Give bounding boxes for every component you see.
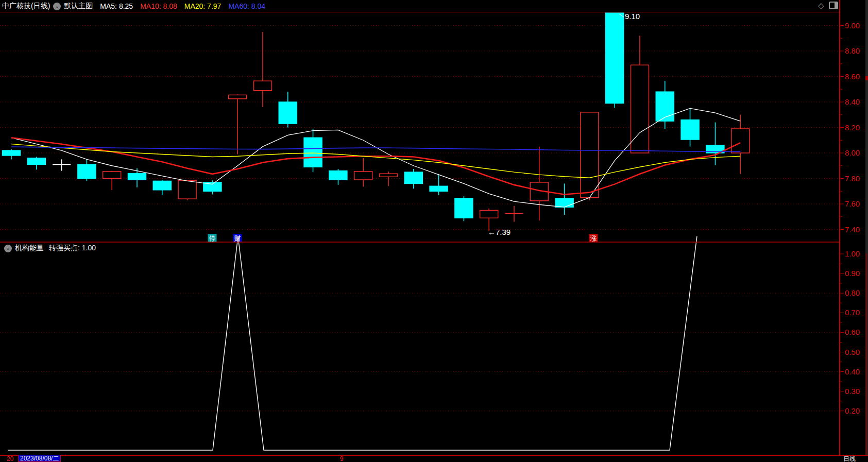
window-edge-strip xyxy=(865,0,868,462)
candle-body xyxy=(581,112,599,198)
svg-text:8.80: 8.80 xyxy=(845,46,860,55)
ma60-value-label: MA60: 8.04 xyxy=(228,2,265,10)
indicator-value-label: 转强买点: 1.00 xyxy=(49,244,96,253)
candle-body xyxy=(3,150,21,156)
candle-body xyxy=(153,181,171,190)
candle-body xyxy=(103,172,121,179)
candle-body xyxy=(329,171,347,180)
stock-chart-canvas[interactable]: 停财涨9.10←7.399.008.808.608.408.208.007.80… xyxy=(0,0,868,455)
candle-body xyxy=(279,102,297,124)
svg-text:1.00: 1.00 xyxy=(845,249,860,258)
diamond-icon[interactable]: ◇ xyxy=(818,2,824,9)
svg-text:0.20: 0.20 xyxy=(845,406,860,415)
tdx-app-window: 停财涨9.10←7.399.008.808.608.408.208.007.80… xyxy=(0,0,868,462)
indicator-line xyxy=(8,236,697,450)
candle-body xyxy=(656,92,674,121)
event-badge-zhang: 涨 xyxy=(589,234,598,242)
ma20-value-label: MA20: 7.97 xyxy=(184,2,222,10)
price-annotation: ←7.39 xyxy=(488,228,510,236)
svg-text:0.30: 0.30 xyxy=(845,387,860,396)
candle-body xyxy=(229,95,247,98)
svg-text:8.40: 8.40 xyxy=(845,97,860,106)
price-axis: 9.008.808.608.408.208.007.807.607.40 xyxy=(840,21,860,234)
candle-body xyxy=(731,129,750,153)
ma5-value-label: MA5: 8.25 xyxy=(100,2,133,10)
svg-text:0.40: 0.40 xyxy=(845,367,860,376)
chevron-down-circle-icon[interactable]: ⌄ xyxy=(53,3,61,10)
chevron-down-circle-icon[interactable]: ⌄ xyxy=(4,245,12,252)
split-panel-icon[interactable] xyxy=(829,2,838,9)
candle-body xyxy=(681,120,699,140)
candle-body xyxy=(304,138,322,167)
svg-text:0.60: 0.60 xyxy=(845,328,860,336)
svg-text:7.80: 7.80 xyxy=(845,174,860,183)
svg-text:8.60: 8.60 xyxy=(845,72,860,81)
candle-body xyxy=(254,81,272,91)
ma10-value-label: MA10: 8.08 xyxy=(140,2,177,10)
candle-body xyxy=(455,198,473,218)
svg-text:8.20: 8.20 xyxy=(845,123,860,132)
svg-text:9.00: 9.00 xyxy=(845,21,860,30)
candle-body xyxy=(430,186,448,191)
candle-body xyxy=(27,158,45,164)
svg-text:7.40: 7.40 xyxy=(845,225,860,234)
candle-body xyxy=(354,172,372,180)
date-box[interactable]: 2023/08/08/二 xyxy=(18,455,61,462)
candle-body xyxy=(128,174,146,180)
month-axis-label: 9 xyxy=(340,456,344,462)
main-chart-header: 中广核技(日线) ⌄ 默认主图 MA5: 8.25 MA10: 8.08 MA2… xyxy=(0,0,840,12)
indicator-axis: 1.000.900.800.700.600.500.400.300.20 xyxy=(840,249,860,415)
candle-body xyxy=(404,172,422,183)
svg-text:7.60: 7.60 xyxy=(845,199,860,208)
svg-text:0.90: 0.90 xyxy=(845,269,860,278)
period-label[interactable]: 日线 xyxy=(843,456,856,462)
svg-text:停: 停 xyxy=(209,234,216,242)
candle-body xyxy=(555,198,573,207)
candle-body xyxy=(78,164,96,178)
svg-text:8.00: 8.00 xyxy=(845,148,860,157)
indicator-name-label: 机构能量 xyxy=(15,244,44,253)
stock-title: 中广核技(日线) xyxy=(2,2,50,11)
indicator-gridlines xyxy=(0,293,840,411)
svg-text:涨: 涨 xyxy=(590,234,597,242)
chart-style-label: 默认主图 xyxy=(64,2,93,11)
edge-marker xyxy=(865,76,868,80)
candles-layer xyxy=(3,13,750,231)
candle-body xyxy=(380,174,398,177)
indicator-header: ⌄ 机构能量 转强买点: 1.00 xyxy=(0,244,96,253)
header-toolbar: ◇ xyxy=(818,2,838,9)
edge-scroll-rail[interactable] xyxy=(866,253,867,454)
svg-text:0.80: 0.80 xyxy=(845,288,860,297)
candle-body xyxy=(606,13,624,104)
svg-text:0.50: 0.50 xyxy=(845,348,860,356)
candle-body xyxy=(480,210,498,218)
status-bar: 20 2023/08/08/二 9 日线 xyxy=(0,455,868,462)
price-gridlines xyxy=(0,26,840,230)
event-badge-ting: 停 xyxy=(208,234,217,242)
candle-body xyxy=(178,180,196,199)
svg-text:0.70: 0.70 xyxy=(845,308,860,317)
price-annotation: 9.10 xyxy=(625,12,640,21)
date-text-partial: 20 xyxy=(7,456,13,462)
